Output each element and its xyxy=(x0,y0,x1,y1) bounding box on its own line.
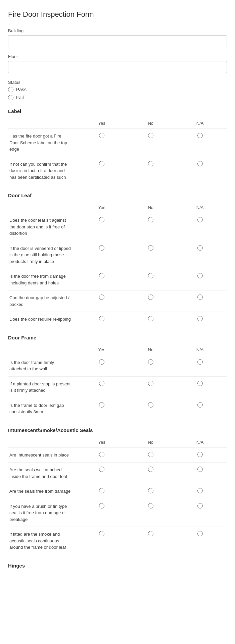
status-fail-label: Fail xyxy=(16,95,24,100)
radio-cell-na xyxy=(173,157,227,184)
radio-yes[interactable] xyxy=(99,359,104,365)
table-row: Are the seals well attached inside the f… xyxy=(8,463,227,484)
col-header-na: N/A xyxy=(173,344,227,355)
table-row: Does the door require re-lipping xyxy=(8,312,227,327)
radio-cell-na xyxy=(173,290,227,312)
radio-cell-na xyxy=(173,355,227,376)
radio-cell-no xyxy=(128,290,173,312)
question-text: Are the seals well attached inside the f… xyxy=(8,463,75,484)
status-pass-label: Pass xyxy=(16,87,27,92)
radio-no[interactable] xyxy=(148,316,153,321)
table-row: Can the door gap be adjusted / packed xyxy=(8,290,227,312)
radio-no[interactable] xyxy=(148,402,153,408)
table-row: If you have a brush or fin type seal is … xyxy=(8,499,227,527)
question-text: Is the door frame firmly attached to the… xyxy=(8,355,75,376)
radio-yes[interactable] xyxy=(99,503,104,508)
building-input[interactable] xyxy=(8,35,227,47)
radio-yes[interactable] xyxy=(99,531,104,536)
question-text: If a planted door stop is present is it … xyxy=(8,376,75,398)
radio-cell-no xyxy=(128,527,173,555)
radio-yes[interactable] xyxy=(99,245,104,251)
radio-yes[interactable] xyxy=(99,294,104,300)
radio-cell-no xyxy=(128,355,173,376)
radio-na[interactable] xyxy=(197,161,203,166)
radio-no[interactable] xyxy=(148,161,153,166)
radio-cell-yes xyxy=(75,376,128,398)
radio-cell-yes xyxy=(75,398,128,419)
radio-yes[interactable] xyxy=(99,133,104,138)
question-text: If the door is veneered or lipped is the… xyxy=(8,241,75,269)
radio-na[interactable] xyxy=(197,273,203,278)
table-seals: YesNoN/AAre Intumescent seals in placeAr… xyxy=(8,437,227,555)
radio-cell-na xyxy=(173,269,227,290)
radio-cell-yes xyxy=(75,499,128,527)
section-door-leaf: Door LeafYesNoN/ADoes the door leaf sit … xyxy=(8,193,227,327)
status-label: Status xyxy=(8,80,227,85)
col-header-question xyxy=(8,437,75,448)
radio-cell-no xyxy=(128,484,173,499)
radio-yes[interactable] xyxy=(99,402,104,408)
table-row: If fitted are the smoke and acoustic sea… xyxy=(8,527,227,555)
col-header-question xyxy=(8,202,75,213)
question-text: Has the fire door got a Fire Door Scheme… xyxy=(8,129,75,157)
radio-no[interactable] xyxy=(148,467,153,472)
table-row: Is the door free from damage including d… xyxy=(8,269,227,290)
radio-cell-na xyxy=(173,241,227,269)
radio-cell-na xyxy=(173,376,227,398)
floor-input[interactable] xyxy=(8,61,227,73)
radio-cell-na xyxy=(173,129,227,157)
radio-cell-yes xyxy=(75,269,128,290)
radio-na[interactable] xyxy=(197,245,203,251)
radio-no[interactable] xyxy=(148,503,153,508)
section-title-hinges: Hinges xyxy=(8,563,227,569)
radio-no[interactable] xyxy=(148,273,153,278)
radio-na[interactable] xyxy=(197,316,203,321)
radio-cell-no xyxy=(128,499,173,527)
status-group: Status Pass Fail xyxy=(8,80,227,100)
radio-yes[interactable] xyxy=(99,467,104,472)
radio-na[interactable] xyxy=(197,359,203,365)
radio-cell-no xyxy=(128,213,173,241)
radio-no[interactable] xyxy=(148,452,153,457)
radio-no[interactable] xyxy=(148,217,153,222)
radio-cell-yes xyxy=(75,213,128,241)
radio-no[interactable] xyxy=(148,133,153,138)
col-header-yes: Yes xyxy=(75,437,128,448)
radio-na[interactable] xyxy=(197,381,203,386)
radio-yes[interactable] xyxy=(99,217,104,222)
radio-yes[interactable] xyxy=(99,381,104,386)
radio-yes[interactable] xyxy=(99,452,104,457)
status-fail-radio[interactable] xyxy=(8,95,13,100)
col-header-na: N/A xyxy=(173,202,227,213)
radio-no[interactable] xyxy=(148,245,153,251)
radio-na[interactable] xyxy=(197,467,203,472)
question-text: Is the frame to door leaf gap consistent… xyxy=(8,398,75,419)
radio-yes[interactable] xyxy=(99,161,104,166)
radio-no[interactable] xyxy=(148,381,153,386)
page-container: Fire Door Inspection Form Building Floor… xyxy=(0,0,235,644)
radio-na[interactable] xyxy=(197,452,203,457)
radio-na[interactable] xyxy=(197,402,203,408)
radio-cell-na xyxy=(173,312,227,327)
radio-cell-no xyxy=(128,241,173,269)
radio-no[interactable] xyxy=(148,488,153,493)
radio-yes[interactable] xyxy=(99,316,104,321)
radio-na[interactable] xyxy=(197,217,203,222)
radio-no[interactable] xyxy=(148,359,153,365)
radio-cell-yes xyxy=(75,447,128,463)
col-header-yes: Yes xyxy=(75,118,128,129)
radio-na[interactable] xyxy=(197,294,203,300)
question-text: If not can you confirm that the door is … xyxy=(8,157,75,184)
radio-yes[interactable] xyxy=(99,273,104,278)
radio-na[interactable] xyxy=(197,133,203,138)
radio-no[interactable] xyxy=(148,294,153,300)
col-header-no: No xyxy=(128,344,173,355)
radio-na[interactable] xyxy=(197,531,203,536)
status-pass-radio[interactable] xyxy=(8,87,13,92)
table-row: Has the fire door got a Fire Door Scheme… xyxy=(8,129,227,157)
radio-no[interactable] xyxy=(148,531,153,536)
radio-na[interactable] xyxy=(197,503,203,508)
radio-na[interactable] xyxy=(197,488,203,493)
radio-yes[interactable] xyxy=(99,488,104,493)
radio-cell-no xyxy=(128,463,173,484)
